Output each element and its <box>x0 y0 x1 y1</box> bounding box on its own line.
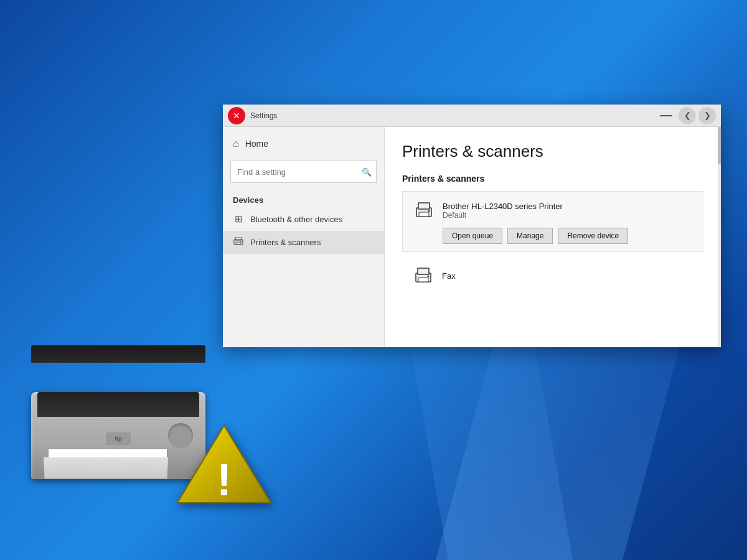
search-box: 🔍 <box>230 161 377 183</box>
printer-actions: Open queue Manage Remove device <box>443 228 693 244</box>
printer-item-brother: Brother HL-L2340D series Printer Default… <box>402 191 703 252</box>
printer-top-tray <box>31 345 205 363</box>
home-icon: ⌂ <box>233 138 239 149</box>
svg-rect-8 <box>419 212 429 217</box>
printer-icon-wrap <box>413 199 435 222</box>
settings-sidebar: ⌂ Home 🔍 Devices ⊞ Bluetooth & other dev… <box>223 127 385 347</box>
fax-icon-wrap <box>412 264 435 287</box>
close-button[interactable]: ✕ <box>228 107 245 124</box>
svg-point-13 <box>428 276 430 278</box>
svg-point-9 <box>428 210 430 212</box>
back-button[interactable]: ❮ <box>679 107 696 124</box>
sidebar-printers-label: Printers & scanners <box>250 238 321 247</box>
search-input[interactable] <box>230 161 377 183</box>
printer-name-wrap: Brother HL-L2340D series Printer Default <box>443 202 563 220</box>
sidebar-bluetooth-label: Bluetooth & other devices <box>250 215 342 224</box>
page-title: Printers & scanners <box>402 142 703 161</box>
window-body: ⌂ Home 🔍 Devices ⊞ Bluetooth & other dev… <box>223 127 721 347</box>
svg-rect-7 <box>418 203 430 209</box>
svg-rect-4 <box>236 242 241 245</box>
forward-icon: ❯ <box>704 111 711 120</box>
svg-point-5 <box>240 241 242 242</box>
sidebar-item-printers[interactable]: Printers & scanners <box>223 231 384 254</box>
content-scrollbar[interactable] <box>718 127 721 347</box>
bluetooth-icon: ⊞ <box>233 213 244 225</box>
window-controls: ❮ ❯ <box>656 107 716 124</box>
sidebar-home-item[interactable]: ⌂ Home <box>223 132 384 156</box>
minimize-button[interactable] <box>660 115 672 116</box>
svg-text:!: ! <box>217 455 232 505</box>
window-titlebar: ✕ Settings ❮ ❯ <box>223 105 721 127</box>
printer-default-label: Default <box>443 211 563 220</box>
manage-button[interactable]: Manage <box>507 228 553 244</box>
printer-logo: hp <box>106 432 131 445</box>
scrollbar-thumb[interactable] <box>718 127 721 164</box>
section-title-printers: Printers & scanners <box>402 174 703 184</box>
warning-triangle: ! <box>174 421 274 510</box>
forward-button[interactable]: ❯ <box>698 107 716 124</box>
back-icon: ❮ <box>684 111 691 120</box>
printer-item-fax: Fax <box>402 257 703 294</box>
remove-device-button[interactable]: Remove device <box>558 228 628 244</box>
svg-rect-12 <box>418 278 428 282</box>
sidebar-section-devices: Devices <box>223 188 384 207</box>
printer-nav-icon <box>233 237 244 248</box>
settings-window: ✕ Settings ❮ ❯ ⌂ Home 🔍 <box>223 105 721 347</box>
search-icon: 🔍 <box>362 167 372 177</box>
sidebar-home-label: Home <box>245 139 268 149</box>
printer-item-header: Brother HL-L2340D series Printer Default <box>413 199 693 222</box>
close-icon: ✕ <box>233 111 240 121</box>
content-area: Printers & scanners Printers & scanners <box>385 127 721 347</box>
open-queue-button[interactable]: Open queue <box>443 228 502 244</box>
printer-name-brother: Brother HL-L2340D series Printer <box>443 202 563 211</box>
printer-output-tray <box>44 457 168 478</box>
window-title: Settings <box>250 111 656 120</box>
fax-name: Fax <box>442 271 456 281</box>
printer-top-panel <box>37 392 199 417</box>
svg-rect-11 <box>418 268 429 274</box>
sidebar-item-bluetooth[interactable]: ⊞ Bluetooth & other devices <box>223 207 384 231</box>
